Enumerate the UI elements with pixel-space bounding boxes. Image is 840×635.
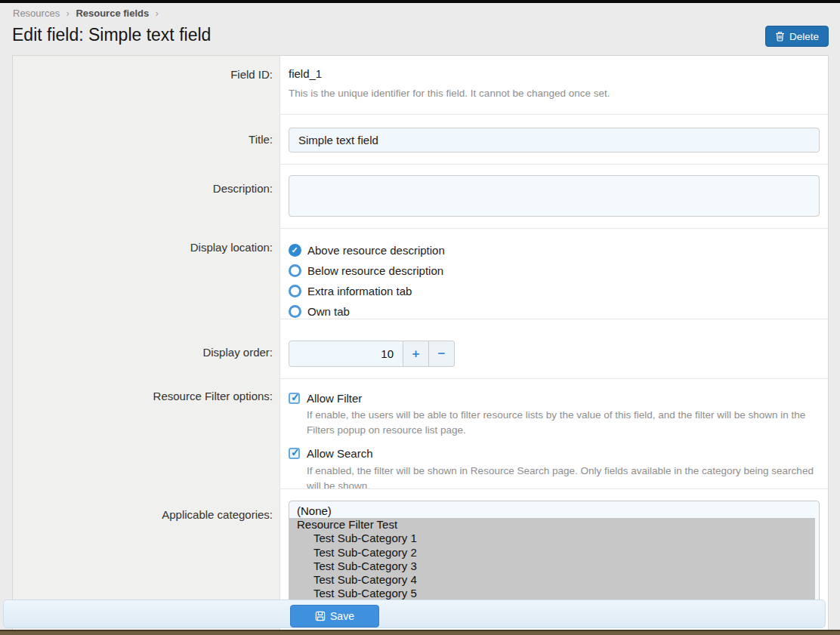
checkbox-checked-icon [289, 448, 300, 459]
display-order-stepper: + − [289, 341, 456, 367]
description-input[interactable] [289, 175, 820, 217]
field-id-value: field_1 [289, 67, 828, 80]
category-option-test-sub-category-2[interactable]: Test Sub-Category 2 [289, 546, 815, 559]
display-location-label: Display location: [13, 228, 280, 319]
description-row: Description: [13, 164, 828, 228]
delete-button[interactable]: Delete [765, 26, 829, 47]
radio-above-resource-description[interactable]: Above resource description [289, 240, 828, 260]
increment-button[interactable]: + [403, 341, 429, 367]
save-button-label: Save [330, 610, 354, 622]
allow-filter-checkbox[interactable]: Allow Filter [289, 390, 828, 405]
window-top-edge [0, 0, 840, 3]
resource-filter-options-label: Resource Filter options: [13, 378, 280, 489]
checkbox-checked-icon [289, 393, 300, 404]
desktop-edge [0, 630, 840, 635]
category-option-test-sub-category-1[interactable]: Test Sub-Category 1 [289, 532, 815, 545]
category-option-resource-filter-test[interactable]: Resource Filter Test [289, 518, 815, 532]
radio-below-resource-description[interactable]: Below resource description [289, 260, 828, 281]
save-button[interactable]: Save [290, 605, 379, 627]
display-order-input[interactable] [289, 341, 403, 367]
title-row: Title: [13, 114, 828, 164]
applicable-categories-listbox[interactable]: (None) Resource Filter Test Test Sub-Cat… [289, 501, 820, 612]
floppy-disk-icon [315, 611, 326, 621]
delete-button-label: Delete [789, 31, 819, 42]
field-id-help: This is the unique identifier for this f… [289, 86, 810, 101]
allow-filter-help: If enable, the users will be able to fil… [307, 408, 824, 438]
display-location-options: Above resource description Below resourc… [289, 229, 828, 322]
breadcrumb: Resources › Resource fields › [13, 8, 162, 19]
radio-unselected-icon [289, 305, 301, 318]
decrement-button[interactable]: − [429, 341, 455, 367]
page-title: Edit field: Simple text field [12, 25, 211, 45]
breadcrumb-resources[interactable]: Resources [13, 8, 60, 19]
breadcrumb-separator: › [66, 8, 69, 19]
display-order-row: Display order: + − [13, 319, 828, 378]
field-id-label: Field ID: [13, 56, 280, 114]
title-label: Title: [13, 114, 280, 164]
radio-unselected-icon [289, 285, 301, 297]
description-label: Description: [13, 164, 280, 228]
category-option-test-sub-category-5[interactable]: Test Sub-Category 5 [289, 587, 815, 600]
category-option-none[interactable]: (None) [289, 504, 815, 518]
allow-search-checkbox[interactable]: Allow Search [289, 446, 828, 461]
title-input[interactable] [289, 128, 820, 153]
radio-extra-information-tab[interactable]: Extra information tab [289, 281, 828, 301]
display-location-row: Display location: Above resource descrip… [13, 228, 828, 319]
radio-unselected-icon [289, 264, 301, 277]
trash-icon [775, 31, 785, 42]
category-option-test-sub-category-4[interactable]: Test Sub-Category 4 [289, 573, 815, 587]
breadcrumb-separator: › [156, 8, 159, 19]
save-footer-bar: Save [3, 600, 826, 628]
edit-field-form: Field ID: field_1 This is the unique ide… [12, 55, 829, 635]
breadcrumb-resource-fields[interactable]: Resource fields [76, 8, 149, 19]
radio-selected-icon [289, 244, 301, 257]
field-id-row: Field ID: field_1 This is the unique ide… [13, 56, 828, 114]
category-option-test-sub-category-3[interactable]: Test Sub-Category 3 [289, 559, 815, 573]
resource-filter-options-row: Resource Filter options: Allow Filter If… [13, 378, 828, 489]
display-order-label: Display order: [13, 319, 280, 378]
